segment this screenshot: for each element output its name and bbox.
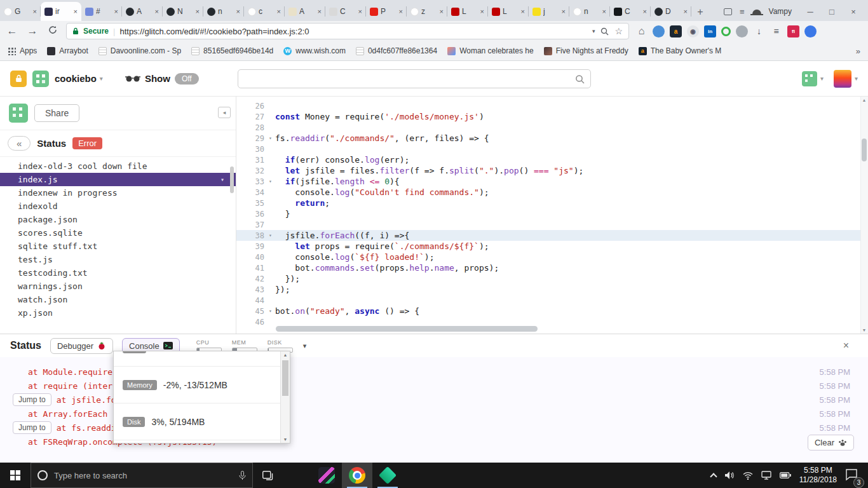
bookmark-item[interactable]: Five Nights at Freddy bbox=[544, 46, 628, 55]
file-item[interactable]: package.json bbox=[0, 213, 236, 226]
code-line[interactable]: 26 bbox=[236, 100, 868, 111]
window-extension-icon[interactable] bbox=[724, 8, 732, 15]
vertical-scrollbar[interactable]: ▲ ▼ bbox=[860, 97, 868, 334]
chevron-up-icon[interactable] bbox=[710, 473, 717, 480]
code-line[interactable]: 40 console.log(`${f} loaded!`); bbox=[236, 252, 868, 262]
fold-arrow-icon[interactable]: ▾ bbox=[266, 179, 275, 184]
profile-name[interactable]: Vampy bbox=[769, 7, 792, 16]
sidebar-scrollbar[interactable] bbox=[230, 166, 234, 193]
browser-tab[interactable]: C× bbox=[325, 2, 366, 21]
file-item[interactable]: test.js bbox=[0, 253, 236, 266]
tab-close-icon[interactable]: × bbox=[33, 8, 37, 15]
tab-close-icon[interactable]: × bbox=[480, 8, 484, 15]
code-line[interactable]: 42 }); bbox=[236, 273, 868, 284]
code-line[interactable]: 43}); bbox=[236, 284, 868, 295]
browser-tab[interactable]: j× bbox=[529, 2, 569, 21]
file-item[interactable]: index.js▾ bbox=[0, 173, 236, 186]
browser-tab[interactable]: G× bbox=[0, 2, 41, 21]
code-line[interactable]: 45▾bot.on("ready", async () => { bbox=[236, 306, 868, 316]
scrollbar-thumb[interactable] bbox=[862, 139, 867, 161]
browser-tab[interactable]: L× bbox=[488, 2, 529, 21]
project-avatar[interactable] bbox=[32, 71, 49, 87]
browser-tab[interactable]: C× bbox=[610, 2, 651, 21]
blue-orb-icon[interactable] bbox=[653, 25, 665, 37]
browser-tab[interactable]: L× bbox=[447, 2, 488, 21]
code-line[interactable]: 31 if(err) console.log(err); bbox=[236, 154, 868, 165]
editor-search-input[interactable] bbox=[238, 70, 590, 88]
bookmark-star-icon[interactable]: ☆ bbox=[614, 26, 623, 36]
code-line[interactable]: 27const Money = require('./models/money.… bbox=[236, 111, 868, 122]
file-item[interactable]: watch.json bbox=[0, 293, 236, 306]
bookmark-item[interactable]: aThe Baby Owner's M bbox=[639, 46, 722, 55]
fold-arrow-icon[interactable]: ▾ bbox=[266, 135, 275, 141]
globe-icon[interactable] bbox=[804, 25, 817, 37]
scroll-up-icon[interactable]: ▲ bbox=[862, 98, 867, 102]
start-button[interactable] bbox=[0, 463, 31, 488]
eye-icon[interactable]: ◉ bbox=[687, 25, 699, 37]
scroll-up-icon[interactable]: ▲ bbox=[281, 353, 290, 357]
back-icon[interactable]: ← bbox=[5, 25, 19, 37]
taskbar-app-glitch[interactable] bbox=[372, 463, 403, 488]
browser-tab[interactable]: n× bbox=[569, 2, 610, 21]
bookmark-item[interactable]: 0d4fc607ffe86e1364 bbox=[356, 46, 437, 55]
taskbar-search[interactable]: Type here to search bbox=[31, 463, 253, 488]
debugger-button[interactable]: Debugger bbox=[50, 338, 113, 354]
green-ring-icon[interactable] bbox=[721, 27, 731, 36]
horizontal-scrollbar[interactable] bbox=[276, 326, 538, 332]
tab-close-icon[interactable]: × bbox=[684, 8, 688, 15]
code-line[interactable]: 33▾ if(jsfile.length <= 0){ bbox=[236, 176, 868, 187]
tab-close-icon[interactable]: × bbox=[562, 8, 566, 15]
close-window-icon[interactable]: × bbox=[843, 7, 864, 17]
tab-close-icon[interactable]: × bbox=[521, 8, 525, 15]
file-item[interactable]: warnings.json bbox=[0, 280, 236, 293]
popup-scrollbar[interactable]: ▲ ▼ bbox=[280, 351, 290, 443]
show-button[interactable]: Show Off bbox=[125, 73, 199, 85]
tab-close-icon[interactable]: × bbox=[440, 8, 444, 15]
volume-icon[interactable] bbox=[724, 471, 735, 480]
tab-close-icon[interactable]: × bbox=[196, 8, 200, 15]
code-line[interactable]: 30 bbox=[236, 144, 868, 154]
browser-tab[interactable]: A× bbox=[285, 2, 325, 21]
code-line[interactable]: 41 bot.commands.set(props.help.name, pro… bbox=[236, 262, 868, 273]
tab-close-icon[interactable]: × bbox=[318, 8, 322, 15]
project-name-button[interactable]: cookiebo ▾ bbox=[55, 73, 103, 84]
bookmark-item[interactable]: Woman celebrates he bbox=[447, 46, 534, 55]
bookmark-item[interactable]: Apps bbox=[8, 46, 37, 55]
bookmark-item[interactable]: Davoonline.com - Sp bbox=[98, 46, 181, 55]
browser-tab[interactable]: n× bbox=[203, 2, 244, 21]
refresh-icon[interactable] bbox=[46, 25, 60, 37]
browser-tab[interactable]: z× bbox=[407, 2, 447, 21]
file-item[interactable]: xp.json bbox=[0, 306, 236, 320]
code-line[interactable]: 37 bbox=[236, 219, 868, 230]
code-line[interactable]: 34 console.log("Couldn't find commands."… bbox=[236, 187, 868, 198]
taskbar-app-chrome[interactable] bbox=[342, 463, 372, 488]
hat-profile-icon[interactable] bbox=[752, 10, 761, 14]
browser-tab[interactable]: D× bbox=[651, 2, 691, 21]
scroll-down-icon[interactable]: ▼ bbox=[862, 328, 867, 332]
code-line[interactable]: 28 bbox=[236, 122, 868, 133]
code-line[interactable]: 36 } bbox=[236, 208, 868, 219]
hide-sidebar-button[interactable]: ◂ bbox=[218, 107, 231, 118]
minimize-window-icon[interactable]: ─ bbox=[799, 7, 821, 17]
tab-close-icon[interactable]: × bbox=[236, 8, 240, 15]
monitor-icon[interactable] bbox=[761, 471, 771, 480]
task-view-button[interactable] bbox=[253, 463, 282, 488]
wifi-icon[interactable] bbox=[743, 471, 753, 480]
action-center-button[interactable]: 3 bbox=[845, 468, 859, 482]
tab-close-icon[interactable]: × bbox=[358, 8, 362, 15]
zoom-icon[interactable] bbox=[600, 27, 609, 36]
code-line[interactable]: 39 let props = require(`./commands/${f}`… bbox=[236, 241, 868, 252]
browser-tab[interactable]: #× bbox=[81, 2, 122, 21]
url-text[interactable]: https://glitch.com/edit/#!/cookiebo?path… bbox=[119, 27, 587, 36]
browser-tab[interactable]: ir× bbox=[41, 2, 81, 21]
tab-close-icon[interactable]: × bbox=[155, 8, 159, 15]
code-line[interactable]: 35 return; bbox=[236, 198, 868, 208]
address-bar[interactable]: Secure | https://glitch.com/edit/#!/cook… bbox=[66, 23, 629, 39]
microphone-icon[interactable] bbox=[239, 471, 246, 480]
rewind-button[interactable]: « bbox=[8, 136, 31, 151]
file-item[interactable]: indexnew in progress bbox=[0, 186, 236, 200]
list-extension-icon[interactable]: ≡ bbox=[740, 7, 745, 17]
tab-close-icon[interactable]: × bbox=[114, 8, 118, 15]
tab-close-icon[interactable]: × bbox=[74, 8, 78, 15]
home-icon[interactable]: ⌂ bbox=[635, 25, 648, 37]
